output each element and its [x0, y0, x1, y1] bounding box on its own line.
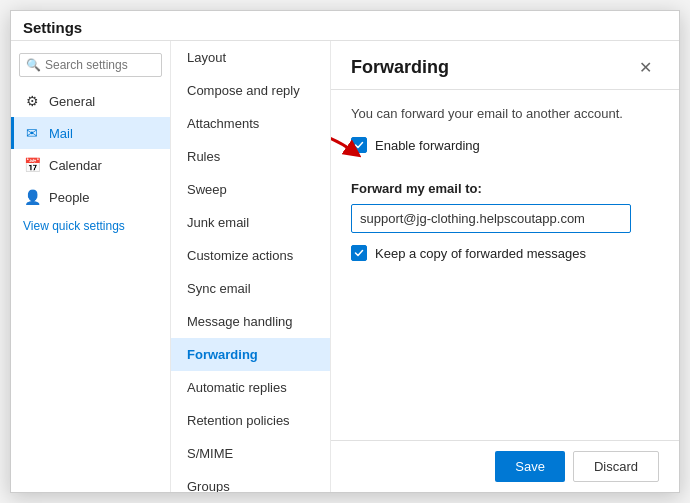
- middle-item-handling[interactable]: Message handling: [171, 305, 330, 338]
- keep-copy-label: Keep a copy of forwarded messages: [375, 246, 586, 261]
- quick-settings-link[interactable]: View quick settings: [11, 213, 170, 239]
- keep-copy-row: Keep a copy of forwarded messages: [351, 245, 659, 261]
- sidebar-item-general[interactable]: ⚙ General: [11, 85, 170, 117]
- close-button[interactable]: ✕: [631, 53, 659, 81]
- sidebar-item-label-calendar: Calendar: [49, 158, 158, 173]
- forward-email-label: Forward my email to:: [351, 181, 659, 196]
- dialog-content: You can forward your email to another ac…: [331, 90, 679, 440]
- close-icon: ✕: [639, 58, 652, 77]
- people-icon: 👤: [23, 188, 41, 206]
- settings-window: Settings 🔍 ⚙ General ✉ Mail 📅 Calendar �: [10, 10, 680, 493]
- forwarding-dialog: Forwarding ✕ You can forward your email …: [331, 41, 679, 492]
- sidebar-item-label-general: General: [49, 94, 158, 109]
- sidebar-item-label-people: People: [49, 190, 158, 205]
- search-box[interactable]: 🔍: [19, 53, 162, 77]
- middle-item-retention[interactable]: Retention policies: [171, 404, 330, 437]
- save-button[interactable]: Save: [495, 451, 565, 482]
- sidebar-item-people[interactable]: 👤 People: [11, 181, 170, 213]
- enable-forwarding-label: Enable forwarding: [375, 138, 480, 153]
- window-title: Settings: [23, 19, 82, 36]
- search-icon: 🔍: [26, 58, 41, 72]
- middle-item-groups[interactable]: Groups: [171, 470, 330, 492]
- middle-item-forwarding[interactable]: Forwarding: [171, 338, 330, 371]
- middle-item-rules[interactable]: Rules: [171, 140, 330, 173]
- middle-item-customize[interactable]: Customize actions: [171, 239, 330, 272]
- dialog-description: You can forward your email to another ac…: [351, 106, 659, 121]
- gear-icon: ⚙: [23, 92, 41, 110]
- titlebar: Settings: [11, 11, 679, 41]
- enable-forwarding-row: Enable forwarding: [351, 137, 480, 153]
- sidebar-item-calendar[interactable]: 📅 Calendar: [11, 149, 170, 181]
- keep-copy-checkbox[interactable]: [351, 245, 367, 261]
- dialog-footer: Save Discard: [331, 440, 679, 492]
- dialog-header: Forwarding ✕: [331, 41, 679, 90]
- middle-item-attachments[interactable]: Attachments: [171, 107, 330, 140]
- middle-item-sync[interactable]: Sync email: [171, 272, 330, 305]
- forward-email-input[interactable]: [351, 204, 631, 233]
- enable-forwarding-checkbox[interactable]: [351, 137, 367, 153]
- middle-panel: Layout Compose and reply Attachments Rul…: [171, 41, 331, 492]
- sidebar: 🔍 ⚙ General ✉ Mail 📅 Calendar 👤 People V…: [11, 41, 171, 492]
- dialog-title: Forwarding: [351, 57, 449, 78]
- discard-button[interactable]: Discard: [573, 451, 659, 482]
- sidebar-item-label-mail: Mail: [49, 126, 158, 141]
- search-input[interactable]: [45, 58, 155, 72]
- middle-item-junk[interactable]: Junk email: [171, 206, 330, 239]
- sidebar-item-mail[interactable]: ✉ Mail: [11, 117, 170, 149]
- window-body: 🔍 ⚙ General ✉ Mail 📅 Calendar 👤 People V…: [11, 41, 679, 492]
- middle-item-layout[interactable]: Layout: [171, 41, 330, 74]
- middle-item-autoreplies[interactable]: Automatic replies: [171, 371, 330, 404]
- calendar-icon: 📅: [23, 156, 41, 174]
- middle-item-smime[interactable]: S/MIME: [171, 437, 330, 470]
- middle-item-sweep[interactable]: Sweep: [171, 173, 330, 206]
- middle-item-compose[interactable]: Compose and reply: [171, 74, 330, 107]
- mail-icon: ✉: [23, 124, 41, 142]
